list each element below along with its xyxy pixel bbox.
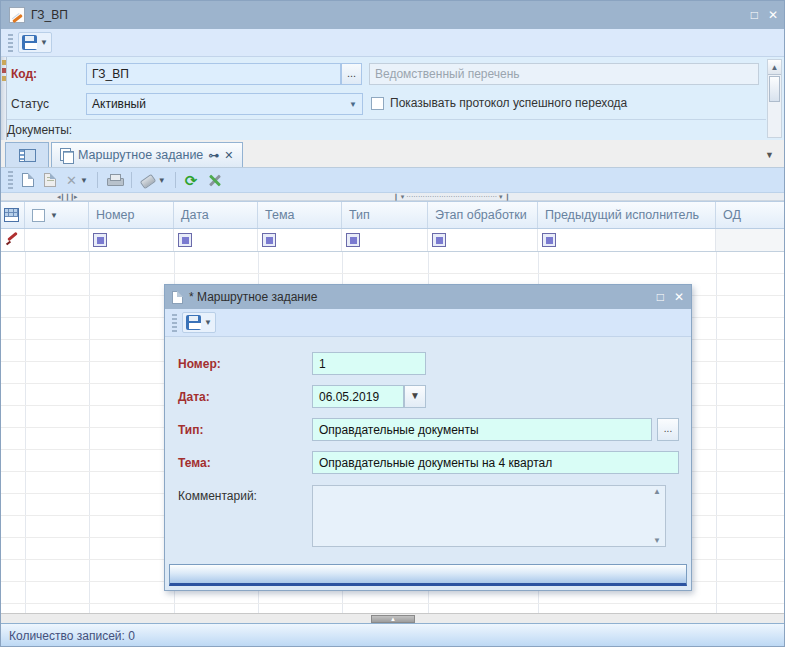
tip-label: Тип:	[178, 423, 204, 437]
select-dropdown-arrow[interactable]: ▼	[50, 211, 58, 220]
save-button[interactable]: ▼	[18, 32, 52, 53]
kod-lookup-button[interactable]: ...	[341, 63, 362, 85]
column-header-data[interactable]: Дата	[174, 202, 258, 228]
filter-cell-od[interactable]	[716, 229, 785, 251]
documents-icon	[60, 148, 73, 163]
splitter-handle-left[interactable]: ◂❙❙❙▸	[57, 193, 77, 201]
delete-button[interactable]: ✕ ▼	[62, 171, 92, 190]
comment-textarea[interactable]: ▲ ▼	[312, 485, 666, 547]
column-header-od[interactable]: ОД	[716, 202, 785, 228]
column-header-tema[interactable]: Тема	[258, 202, 342, 228]
grid-toolbar: ✕ ▼ ▼ ⟳	[1, 168, 785, 193]
dialog-body: Номер: 1 Дата: 06.05.2019 ▼ Тип: Оправда…	[165, 337, 691, 564]
comment-label: Комментарий:	[178, 489, 257, 503]
filter-cell-tip[interactable]	[342, 229, 428, 251]
edit-document-icon	[44, 173, 56, 187]
comment-scrollbar[interactable]: ▲ ▼	[650, 487, 664, 545]
tab-label: Маршрутное задание	[78, 148, 203, 162]
grid-splitter-strip[interactable]: ◂❙❙❙▸ ❙ ▾ ······························…	[1, 193, 785, 201]
refresh-button[interactable]: ⟳	[181, 170, 202, 191]
data-field[interactable]: 06.05.2019	[312, 385, 404, 408]
form-vertical-scrollbar[interactable]: ▲	[767, 59, 782, 138]
refresh-icon: ⟳	[185, 173, 198, 188]
filter-cell-etap[interactable]	[428, 229, 538, 251]
close-button[interactable]: ✕	[768, 9, 778, 21]
row-indicator-header[interactable]	[1, 202, 25, 228]
vedlist-field: Ведомственный перечень	[369, 63, 759, 85]
document-tabstrip: Маршрутное задание ⊶ ✕ ▼	[1, 140, 785, 168]
print-icon	[107, 174, 122, 186]
tip-field[interactable]: Оправдательные документы	[312, 418, 652, 441]
column-header-predydushchiy[interactable]: Предыдущий исполнитель	[538, 202, 716, 228]
panel-expander-button[interactable]: ▲	[371, 615, 415, 623]
column-header-tip[interactable]: Тип	[342, 202, 428, 228]
filter-cell-predydushchiy[interactable]	[538, 229, 716, 251]
toolbar-grip	[8, 171, 13, 189]
status-value: Активный	[92, 97, 146, 111]
filter-cell-data[interactable]	[174, 229, 258, 251]
filter-button-icon[interactable]	[178, 233, 192, 247]
toolbar-separator	[97, 172, 98, 188]
kod-field[interactable]: ГЗ_ВП	[86, 63, 341, 85]
dialog-title: * Маршрутное задание	[189, 290, 317, 304]
document-icon	[172, 291, 183, 304]
settings-button[interactable]	[203, 169, 227, 191]
filter-button-icon[interactable]	[542, 233, 556, 247]
dialog-save-dropdown-arrow[interactable]: ▼	[204, 318, 212, 327]
dialog-toolbar: ▼	[165, 309, 691, 337]
status-combo[interactable]: Активный ▼	[86, 93, 363, 115]
print-button[interactable]	[103, 171, 126, 189]
filter-cell[interactable]	[25, 229, 89, 251]
window-title: ГЗ_ВП	[31, 8, 68, 22]
status-combo-arrow[interactable]: ▼	[349, 100, 357, 109]
comment-scroll-down[interactable]: ▼	[650, 536, 664, 545]
dialog-titlebar: * Маршрутное задание □ ✕	[165, 285, 691, 309]
dialog-save-button[interactable]: ▼	[182, 312, 216, 333]
column-header-etap[interactable]: Этап обработки	[428, 202, 538, 228]
eraser-icon	[140, 174, 157, 189]
save-dropdown-arrow[interactable]: ▼	[40, 38, 48, 47]
grid-header: ▼ Номер Дата Тема Тип Этап обработки Пре…	[1, 201, 785, 229]
create-button[interactable]	[18, 170, 38, 190]
tab-navigator[interactable]	[5, 142, 49, 167]
filter-cell-tema[interactable]	[258, 229, 342, 251]
delete-dropdown-arrow[interactable]: ▼	[80, 176, 88, 185]
route-task-dialog: * Маршрутное задание □ ✕ ▼ Номер: 1 Дата…	[164, 284, 692, 591]
tab-route-task[interactable]: Маршрутное задание ⊶ ✕	[51, 142, 243, 167]
protocol-checkbox[interactable]	[371, 97, 384, 110]
tabstrip-dropdown-arrow[interactable]: ▼	[765, 150, 782, 160]
tab-close-icon[interactable]: ✕	[224, 149, 233, 162]
filter-button-icon[interactable]	[346, 233, 360, 247]
clear-button[interactable]: ▼	[137, 171, 170, 189]
dialog-footer-bar	[169, 564, 687, 586]
dialog-maximize-button[interactable]: □	[657, 291, 664, 303]
column-header-nomer[interactable]: Номер	[89, 202, 174, 228]
scroll-thumb[interactable]	[769, 76, 780, 102]
header-form: Код: ГЗ_ВП ... Ведомственный перечень Ст…	[1, 57, 785, 140]
table-icon	[4, 208, 19, 222]
select-all-header[interactable]: ▼	[25, 202, 89, 228]
select-all-checkbox[interactable]	[32, 209, 45, 222]
data-label: Дата:	[178, 390, 210, 404]
edit-button[interactable]	[40, 170, 60, 190]
nomer-field[interactable]: 1	[312, 352, 426, 375]
filter-button-icon[interactable]	[432, 233, 446, 247]
tip-lookup-button[interactable]: ...	[657, 418, 679, 441]
protocol-checkbox-row[interactable]: Показывать протокол успешного перехода	[371, 96, 627, 110]
save-icon	[22, 35, 37, 50]
comment-scroll-up[interactable]: ▲	[650, 487, 664, 496]
tools-icon	[207, 172, 223, 188]
dialog-close-button[interactable]: ✕	[674, 291, 684, 303]
filter-button-icon[interactable]	[93, 233, 107, 247]
form-separator	[7, 119, 766, 120]
tema-field[interactable]: Оправдательные документы на 4 квартал	[312, 451, 679, 474]
toolbar-grip	[172, 314, 177, 332]
maximize-button[interactable]: □	[751, 9, 758, 21]
pin-icon[interactable]: ⊶	[208, 149, 219, 162]
date-dropdown-button[interactable]: ▼	[404, 385, 426, 408]
filter-button-icon[interactable]	[262, 233, 276, 247]
scroll-up-button[interactable]: ▲	[768, 60, 781, 75]
splitter-handle-right[interactable]: ❙ ▾ ····································…	[393, 193, 510, 201]
clear-dropdown-arrow[interactable]: ▼	[158, 176, 166, 185]
filter-cell-nomer[interactable]	[89, 229, 174, 251]
